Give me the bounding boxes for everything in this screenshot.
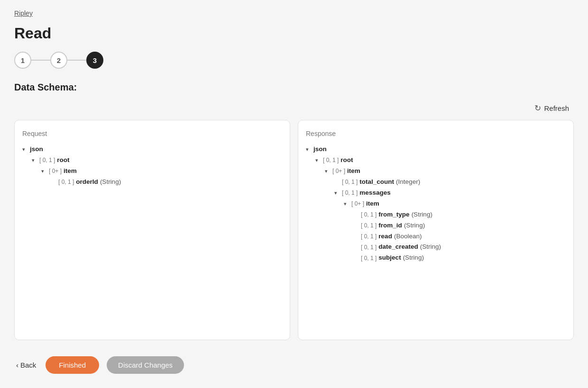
tree-node: ▾ json xyxy=(22,144,282,155)
node-name: read xyxy=(378,231,392,242)
refresh-bar: ↻ Refresh xyxy=(14,100,574,116)
step-3[interactable]: 3 xyxy=(86,52,103,69)
node-name: from_type xyxy=(378,209,409,220)
breadcrumb-link[interactable]: Ripley xyxy=(14,9,574,17)
back-label: Back xyxy=(20,361,36,369)
tree-children-resp-4: ▾ [ 0+ ] item ▾ [ 0, 1 ] from_type xyxy=(334,199,566,264)
chevron-icon[interactable]: ▾ xyxy=(325,167,332,176)
response-tree: ▾ json ▾ [ 0, 1 ] root ▾ [ 0+ ] item xyxy=(306,144,566,263)
node-name: from_id xyxy=(378,220,402,231)
node-type: (String) xyxy=(412,209,432,220)
request-label: Request xyxy=(22,130,282,137)
section-title: Data Schema: xyxy=(14,82,574,93)
tree-children-resp-3: ▾ [ 0, 1 ] total_count (Integer) ▾ [ 0, … xyxy=(325,177,566,264)
tree-node: ▾ [ 0, 1 ] orderId (String) xyxy=(51,177,282,188)
refresh-label: Refresh xyxy=(544,104,569,112)
back-button[interactable]: ‹ Back xyxy=(14,357,38,373)
bottom-bar: ‹ Back Finished Discard Changes xyxy=(14,348,574,379)
tree-node: ▾ [ 0, 1 ] messages xyxy=(334,188,566,199)
chevron-icon[interactable]: ▾ xyxy=(334,189,342,198)
node-name: item xyxy=(64,166,77,177)
tree-node: ▾ [ 0, 1 ] root xyxy=(315,155,566,166)
chevron-icon[interactable]: ▾ xyxy=(32,156,39,165)
node-name: item xyxy=(347,166,360,177)
tree-node: ▾ [ 0, 1 ] from_type (String) xyxy=(353,209,566,220)
request-tree: ▾ json ▾ [ 0, 1 ] root ▾ [ 0+ ] item xyxy=(22,144,282,188)
page-title: Read xyxy=(14,25,574,42)
node-name: root xyxy=(340,155,353,166)
brackets: [ 0, 1 ] xyxy=(361,243,377,252)
node-type: (String) xyxy=(100,177,121,188)
finished-button[interactable]: Finished xyxy=(46,356,99,374)
node-name: item xyxy=(366,199,379,209)
node-name: json xyxy=(30,144,43,155)
response-panel: Response ▾ json ▾ [ 0, 1 ] root ▾ xyxy=(298,120,574,340)
stepper: 1 2 3 xyxy=(14,52,574,69)
tree-node: ▾ json xyxy=(306,144,566,155)
refresh-button[interactable]: ↻ Refresh xyxy=(530,100,574,116)
tree-node: ▾ [ 0, 1 ] from_id (String) xyxy=(353,220,566,231)
brackets: [ 0, 1 ] xyxy=(39,155,55,165)
tree-node: ▾ [ 0, 1 ] subject (String) xyxy=(353,253,566,263)
node-name: date_created xyxy=(378,242,418,253)
node-name: subject xyxy=(378,253,401,263)
tree-children-resp-5: ▾ [ 0, 1 ] from_type (String) ▾ [ 0, 1 ]… xyxy=(344,209,566,264)
node-name: orderId xyxy=(76,177,98,188)
refresh-icon: ↻ xyxy=(534,103,541,113)
node-name: messages xyxy=(359,188,390,199)
chevron-icon[interactable]: ▾ xyxy=(41,167,49,176)
node-type: (String) xyxy=(403,253,424,263)
node-name: json xyxy=(313,144,327,155)
tree-node: ▾ [ 0+ ] item xyxy=(41,166,282,177)
tree-children-resp-1: ▾ [ 0, 1 ] root ▾ [ 0+ ] item xyxy=(306,155,566,263)
tree-node: ▾ [ 0+ ] item xyxy=(344,199,566,209)
request-panel: Request ▾ json ▾ [ 0, 1 ] root ▾ xyxy=(14,120,290,340)
node-name: root xyxy=(57,155,69,166)
step-connector-1 xyxy=(31,60,50,61)
brackets: [ 0+ ] xyxy=(49,166,62,176)
brackets: [ 0, 1 ] xyxy=(361,221,377,230)
brackets: [ 0, 1 ] xyxy=(342,177,358,187)
tree-node: ▾ [ 0, 1 ] date_created (String) xyxy=(353,242,566,253)
chevron-icon[interactable]: ▾ xyxy=(22,145,30,154)
brackets: [ 0, 1 ] xyxy=(342,188,358,198)
brackets: [ 0, 1 ] xyxy=(58,177,74,187)
tree-node: ▾ [ 0+ ] item xyxy=(325,166,566,177)
step-connector-2 xyxy=(67,60,86,61)
tree-children-2: ▾ [ 0+ ] item ▾ [ 0, 1 ] orderId (String… xyxy=(32,166,282,188)
response-label: Response xyxy=(306,130,566,137)
step-2[interactable]: 2 xyxy=(50,52,67,69)
node-type: (String) xyxy=(420,242,441,253)
node-name: total_count xyxy=(359,177,394,188)
discard-button[interactable]: Discard Changes xyxy=(107,356,184,374)
chevron-icon[interactable]: ▾ xyxy=(344,199,351,208)
step-1[interactable]: 1 xyxy=(14,52,31,69)
tree-node: ▾ [ 0, 1 ] total_count (Integer) xyxy=(334,177,566,188)
brackets: [ 0, 1 ] xyxy=(323,155,339,165)
node-type: (Integer) xyxy=(396,177,420,188)
tree-node: ▾ [ 0, 1 ] read (Boolean) xyxy=(353,231,566,242)
brackets: [ 0, 1 ] xyxy=(361,232,377,241)
node-type: (String) xyxy=(404,220,425,231)
chevron-icon[interactable]: ▾ xyxy=(306,145,313,154)
back-chevron-icon: ‹ xyxy=(16,361,18,369)
tree-children-resp-2: ▾ [ 0+ ] item ▾ [ 0, 1 ] total_count (In… xyxy=(315,166,566,263)
tree-children-3: ▾ [ 0, 1 ] orderId (String) xyxy=(41,177,282,188)
tree-node: ▾ [ 0, 1 ] root xyxy=(32,155,282,166)
brackets: [ 0+ ] xyxy=(332,166,345,176)
chevron-icon[interactable]: ▾ xyxy=(315,156,323,165)
brackets: [ 0+ ] xyxy=(351,199,364,208)
node-type: (Boolean) xyxy=(394,231,422,242)
schema-columns: Request ▾ json ▾ [ 0, 1 ] root ▾ xyxy=(14,120,574,340)
brackets: [ 0, 1 ] xyxy=(361,253,377,263)
brackets: [ 0, 1 ] xyxy=(361,210,377,219)
tree-children-1: ▾ [ 0, 1 ] root ▾ [ 0+ ] item ▾ xyxy=(22,155,282,188)
